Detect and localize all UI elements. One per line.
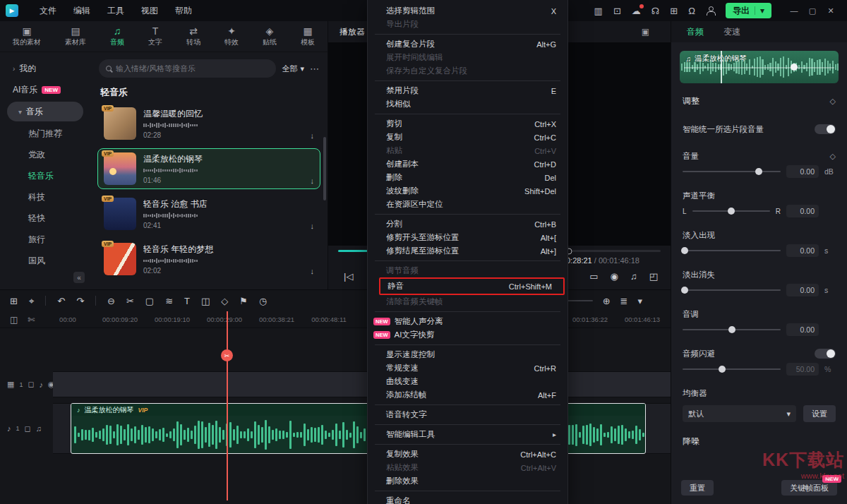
ducking-slider[interactable] (683, 368, 781, 370)
music-list-item[interactable]: VIP轻音乐 治愈 书店02:41↓ (97, 193, 320, 234)
menu-item-创建副本[interactable]: 创建副本Ctrl+D (368, 157, 567, 171)
menu-item-复制[interactable]: 复制Ctrl+C (368, 131, 567, 144)
equalizer-preset-dropdown[interactable]: 默认 ▾ (683, 405, 796, 422)
tab-player[interactable]: 播放器 (340, 26, 365, 38)
menu-item-删除[interactable]: 删除Del (368, 171, 567, 184)
redo-icon[interactable]: ↷ (76, 296, 84, 306)
fade-out-value[interactable]: 0.00 (786, 284, 819, 296)
collapse-sidebar-button[interactable]: « (73, 272, 85, 283)
tab-speed[interactable]: 变速 (723, 26, 740, 38)
bell-icon[interactable]: Ω (688, 6, 695, 16)
previous-frame-button[interactable]: |◁ (344, 271, 353, 282)
menu-item-添加冻结帧[interactable]: 添加冻结帧Alt+F (368, 388, 567, 402)
speaker-icon[interactable]: ♫ (630, 271, 637, 282)
copy-icon[interactable]: ◫ (10, 315, 18, 325)
video-track[interactable] (53, 371, 671, 397)
delete-icon[interactable]: ⊖ (107, 296, 115, 306)
subcategory-科技[interactable]: 科技 (0, 186, 90, 208)
menu-编辑[interactable]: 编辑 (73, 5, 90, 17)
menu-item-AI文字快剪[interactable]: NEWAI文字快剪 (368, 328, 567, 342)
menu-item-选择剪辑范围[interactable]: 选择剪辑范围X (368, 4, 567, 18)
clip-card-slider-knob[interactable] (791, 64, 798, 71)
subcategory-轻快[interactable]: 轻快 (0, 208, 90, 229)
tab-text[interactable]: T文字 (148, 26, 162, 47)
subcategory-轻音乐[interactable]: 轻音乐 (0, 165, 90, 186)
marker-icon[interactable]: ⚑ (239, 296, 248, 306)
cloud-sync-icon[interactable]: ☁ (632, 6, 641, 16)
menu-item-重命名[interactable]: 重命名 (368, 494, 567, 504)
media-pool-icon[interactable]: ⊞ (10, 296, 18, 306)
tab-audio[interactable]: ♫音频 (110, 26, 124, 47)
unlink-icon[interactable]: ✄ (28, 315, 35, 325)
render-timer-icon[interactable]: ◷ (259, 296, 267, 306)
layout-icon[interactable]: ▥ (594, 6, 603, 16)
support-icon[interactable]: ☊ (651, 6, 660, 16)
speed-icon[interactable]: ≋ (165, 296, 173, 306)
save-icon[interactable]: ⊡ (613, 6, 621, 16)
scrollbar[interactable] (323, 137, 326, 200)
pitch-slider[interactable] (683, 329, 781, 330)
subcategory-国风[interactable]: 国风 (0, 250, 90, 271)
reset-button[interactable]: 重置 (681, 480, 714, 496)
chevron-down-icon[interactable]: ▾ (637, 296, 642, 306)
fullscreen-icon[interactable]: ◰ (649, 271, 658, 282)
balance-value[interactable]: 0.00 (786, 205, 819, 217)
menu-item-修剪开头至游标位置[interactable]: 修剪开头至游标位置Alt+[ (368, 231, 567, 244)
fade-in-value[interactable]: 0.00 (786, 244, 819, 257)
keyframe-icon[interactable]: ◇ (221, 296, 228, 306)
subcategory-热门推荐[interactable]: 热门推荐 (0, 123, 90, 144)
filter-dropdown[interactable]: 全部 ▾ (282, 64, 304, 74)
tab-template[interactable]: ▦模板 (301, 26, 315, 47)
sidebar-item-music[interactable]: ▾ 音乐 (7, 102, 83, 121)
undo-icon[interactable]: ↶ (57, 296, 65, 306)
mute-track-icon[interactable]: ♫ (36, 424, 42, 433)
music-list-item[interactable]: VIP温馨温暖的回忆02:28↓ (97, 103, 320, 144)
maximize-button[interactable]: ▢ (803, 6, 822, 16)
volume-slider[interactable] (683, 171, 781, 172)
minimize-button[interactable]: — (785, 6, 803, 16)
user-account-icon[interactable] (706, 6, 715, 16)
download-icon[interactable]: ↓ (311, 267, 315, 275)
lock-track-icon[interactable]: ◻ (25, 424, 31, 433)
tab-media[interactable]: ▣我的素材 (13, 26, 41, 47)
fade-out-slider[interactable] (683, 289, 781, 291)
menu-item-修剪结尾至游标位置[interactable]: 修剪结尾至游标位置Alt+] (368, 244, 567, 258)
tab-audio[interactable]: 音频 (687, 26, 704, 38)
export-button[interactable]: 导出 ▾ (726, 3, 771, 18)
menu-item-复制效果[interactable]: 复制效果Ctrl+Alt+C (368, 448, 567, 461)
menu-item-智能人声分离[interactable]: NEW智能人声分离 (368, 315, 567, 328)
preview-window-icon[interactable]: ▣ (642, 27, 649, 37)
menu-item-静音[interactable]: 静音Ctrl+Shift+M (379, 277, 565, 295)
close-button[interactable]: ✕ (822, 6, 840, 16)
menu-item-曲线变速[interactable]: 曲线变速 (368, 375, 567, 388)
menu-文件[interactable]: 文件 (40, 5, 56, 17)
equalizer-settings-button[interactable]: 设置 (803, 405, 836, 422)
selected-clip-card[interactable]: ♫ 温柔放松的钢琴 (680, 51, 839, 83)
split-icon[interactable]: ✂ (126, 296, 134, 306)
menu-item-找相似[interactable]: 找相似 (368, 97, 567, 111)
tab-sticker[interactable]: ◈贴纸 (263, 26, 277, 47)
menu-item-显示速度控制[interactable]: 显示速度控制 (368, 348, 567, 361)
subcategory-党政[interactable]: 党政 (0, 144, 90, 165)
playhead-scissors-icon[interactable]: ✂ (221, 349, 233, 361)
menu-视图[interactable]: 视图 (141, 5, 158, 17)
menu-item-禁用片段[interactable]: 禁用片段E (368, 84, 567, 97)
tab-effect[interactable]: ✦特效 (224, 26, 239, 47)
export-chevron-icon[interactable]: ▾ (760, 6, 764, 16)
keyframe-diamond-icon[interactable]: ◇ (830, 152, 836, 161)
workspace-icon[interactable]: ⊞ (670, 6, 678, 16)
menu-item-波纹删除[interactable]: 波纹删除Shift+Del (368, 184, 567, 198)
text-tool-icon[interactable]: T (184, 296, 190, 306)
menu-item-删除效果[interactable]: 删除效果 (368, 474, 567, 488)
menu-item-在资源区中定位[interactable]: 在资源区中定位 (368, 198, 567, 211)
tab-stock[interactable]: ▤素材库 (65, 26, 86, 47)
ducking-toggle[interactable] (815, 349, 836, 359)
keyframe-diamond-icon[interactable]: ◇ (830, 97, 836, 106)
select-tool-icon[interactable]: ⌖ (29, 296, 34, 306)
mute-track-icon[interactable]: ♪ (40, 380, 44, 389)
menu-item-分割[interactable]: 分割Ctrl+B (368, 217, 567, 231)
more-options-button[interactable]: ⋯ (310, 64, 319, 74)
menu-item-常规变速[interactable]: 常规变速Ctrl+R (368, 361, 567, 375)
search-input[interactable] (116, 64, 269, 73)
fade-in-slider[interactable] (683, 250, 781, 251)
